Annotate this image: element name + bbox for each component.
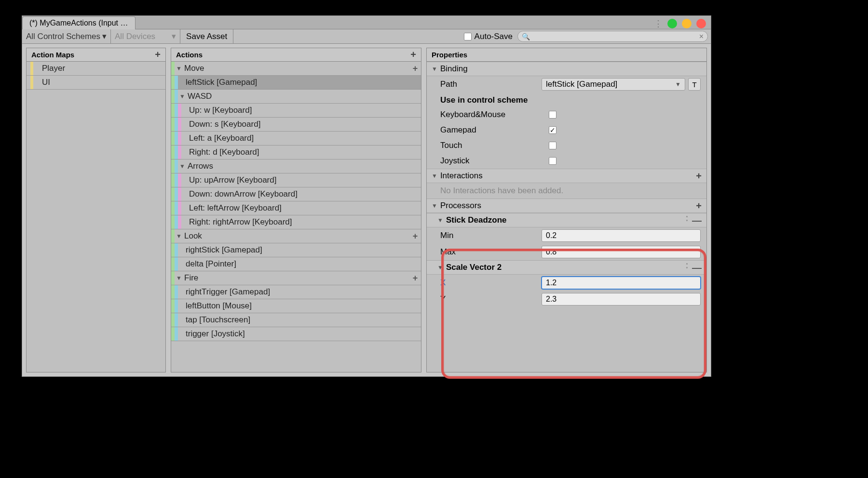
save-asset-button[interactable]: Save Asset: [180, 29, 233, 43]
x-input[interactable]: 1.2: [542, 277, 701, 289]
processor-scale-vector2-header[interactable]: ▼ Scale Vector 2 ˄˅ —: [427, 260, 706, 275]
action-map-item[interactable]: Player: [27, 62, 165, 76]
max-input[interactable]: 0.8: [542, 246, 701, 258]
binding-part[interactable]: Up: w [Keyboard]: [171, 104, 421, 118]
properties-header: Properties: [427, 48, 706, 62]
processors-section-header[interactable]: ▼ Processors +: [427, 199, 706, 213]
minimize-button[interactable]: [667, 19, 677, 28]
kebab-menu-icon[interactable]: ⋮: [654, 18, 663, 29]
foldout-icon: ▼: [437, 217, 443, 224]
binding-leftstick[interactable]: leftStick [Gamepad]: [171, 76, 421, 90]
binding-item[interactable]: delta [Pointer]: [171, 257, 421, 271]
reorder-buttons[interactable]: ˄˅: [686, 264, 688, 271]
foldout-icon: ▼: [432, 66, 437, 72]
chevron-down-icon: ▼: [675, 81, 681, 88]
interactions-empty-text: No Interactions have been added.: [427, 183, 706, 199]
foldout-icon: ▼: [432, 173, 437, 179]
devices-dropdown[interactable]: All Devices▾: [111, 29, 180, 43]
y-input[interactable]: 2.3: [542, 293, 701, 305]
actions-list: ▼ Move+ leftStick [Gamepad] ▼ WASD Up: w…: [171, 62, 421, 372]
tab-input-actions[interactable]: (*) MyGameActions (Input …: [22, 16, 136, 29]
checkbox-unchecked-icon[interactable]: [464, 33, 472, 40]
add-binding-button[interactable]: +: [409, 231, 421, 241]
binding-part[interactable]: Up: upArrow [Keyboard]: [171, 173, 421, 187]
binding-part[interactable]: Right: rightArrow [Keyboard]: [171, 215, 421, 229]
action-maps-panel: Action Maps + Player UI: [26, 48, 166, 372]
add-interaction-button[interactable]: +: [696, 171, 702, 182]
binding-part[interactable]: Right: d [Keyboard]: [171, 146, 421, 159]
search-input[interactable]: 🔍 ×: [517, 31, 708, 42]
binding-part[interactable]: Down: downArrow [Keyboard]: [171, 187, 421, 201]
color-stripe: [30, 76, 33, 89]
add-action-map-button[interactable]: +: [155, 49, 161, 60]
processor-field: Min 0.2: [427, 227, 706, 244]
actions-panel: Actions + ▼ Move+ leftStick [Gamepad] ▼ …: [171, 48, 421, 372]
processor-field: Y 2.3: [427, 291, 706, 307]
action-maps-list: Player UI: [27, 62, 165, 372]
path-row: Path leftStick [Gamepad]▼ T: [427, 76, 706, 93]
binding-item[interactable]: trigger [Joystick]: [171, 327, 421, 341]
scheme-checkbox[interactable]: ✓: [549, 126, 556, 134]
panels: Action Maps + Player UI Actions +: [22, 44, 711, 376]
foldout-icon[interactable]: ▼: [175, 275, 183, 281]
clear-search-icon[interactable]: ×: [699, 32, 704, 41]
path-listen-button[interactable]: T: [688, 78, 701, 91]
scheme-checkbox[interactable]: [549, 142, 556, 149]
actions-header: Actions +: [171, 48, 421, 62]
window-controls: ⋮: [654, 18, 711, 29]
scheme-checkbox[interactable]: [549, 157, 556, 165]
binding-section-header[interactable]: ▼ Binding: [427, 62, 706, 76]
min-input[interactable]: 0.2: [542, 229, 701, 242]
input-actions-window: (*) MyGameActions (Input … ⋮ All Control…: [22, 15, 711, 377]
close-button[interactable]: [696, 19, 706, 28]
action-map-item[interactable]: UI: [27, 76, 165, 90]
foldout-icon[interactable]: ▼: [178, 93, 187, 100]
binding-item[interactable]: tap [Touchscreen]: [171, 313, 421, 327]
scheme-row: Keyboard&Mouse: [427, 107, 706, 122]
action-item-look[interactable]: ▼ Look+: [171, 229, 421, 243]
action-item-fire[interactable]: ▼ Fire+: [171, 271, 421, 285]
binding-part[interactable]: Left: leftArrow [Keyboard]: [171, 201, 421, 215]
foldout-icon: ▼: [432, 202, 437, 209]
control-schemes-dropdown[interactable]: All Control Schemes▾: [22, 29, 111, 43]
path-label: Path: [440, 80, 542, 89]
add-binding-button[interactable]: +: [409, 64, 421, 74]
chevron-down-icon: ▾: [172, 31, 176, 41]
binding-part[interactable]: Down: s [Keyboard]: [171, 118, 421, 132]
foldout-icon: ▼: [437, 264, 443, 271]
auto-save-toggle[interactable]: Auto-Save: [459, 29, 517, 43]
foldout-icon[interactable]: ▼: [178, 163, 187, 170]
binding-item[interactable]: rightTrigger [Gamepad]: [171, 285, 421, 299]
binding-item[interactable]: rightStick [Gamepad]: [171, 243, 421, 257]
binding-composite-wasd[interactable]: ▼ WASD: [171, 90, 421, 104]
use-in-scheme-label: Use in control scheme: [427, 93, 706, 107]
scheme-row: Gamepad✓: [427, 122, 706, 138]
search-icon: 🔍: [522, 33, 530, 40]
binding-item[interactable]: leftButton [Mouse]: [171, 299, 421, 313]
processor-field: X 1.2: [427, 275, 706, 291]
tab-bar: (*) MyGameActions (Input … ⋮: [22, 16, 711, 29]
path-dropdown[interactable]: leftStick [Gamepad]▼: [542, 78, 685, 91]
action-item-move[interactable]: ▼ Move+: [171, 62, 421, 76]
chevron-down-icon: ▾: [102, 31, 107, 41]
binding-part[interactable]: Left: a [Keyboard]: [171, 132, 421, 146]
properties-panel: Properties ▼ Binding Path leftStick [Gam…: [426, 48, 707, 372]
reorder-buttons[interactable]: ˄˅: [686, 216, 688, 224]
binding-composite-arrows[interactable]: ▼ Arrows: [171, 159, 421, 173]
foldout-icon[interactable]: ▼: [175, 65, 183, 72]
add-action-button[interactable]: +: [410, 49, 416, 60]
toolbar: All Control Schemes▾ All Devices▾ Save A…: [22, 29, 711, 44]
add-binding-button[interactable]: +: [409, 273, 421, 283]
scheme-row: Touch: [427, 138, 706, 153]
processor-stick-deadzone-header[interactable]: ▼ Stick Deadzone ˄˅ —: [427, 213, 706, 227]
color-stripe: [30, 62, 33, 75]
add-processor-button[interactable]: +: [696, 200, 702, 212]
maximize-button[interactable]: [682, 19, 692, 28]
action-maps-header: Action Maps +: [27, 48, 165, 62]
interactions-section-header[interactable]: ▼ Interactions +: [427, 169, 706, 183]
foldout-icon[interactable]: ▼: [175, 233, 183, 239]
check-icon: ✓: [550, 126, 556, 134]
scheme-checkbox[interactable]: [549, 111, 556, 119]
remove-processor-button[interactable]: —: [692, 215, 702, 226]
remove-processor-button[interactable]: —: [692, 262, 702, 273]
